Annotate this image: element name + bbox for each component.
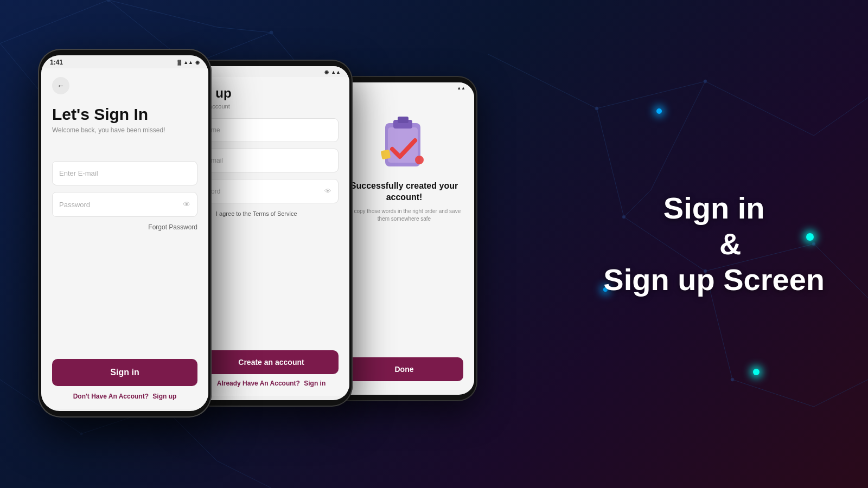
right-title-ampersand: & [636,227,825,262]
signin-button[interactable]: Sign in [52,359,197,386]
svg-rect-41 [398,117,409,123]
signal-icon-3: ▲▲ [457,86,465,91]
success-content: Successfully created your account! or co… [334,93,474,390]
time-display-1: 1:41 [50,59,63,66]
email-input-field[interactable]: Enter E-mail [52,161,197,185]
phone-signup-screen: ◉ ▲▲ n up n account me mail [193,66,349,400]
status-icons-1: ▓ ▲▲ ◉ [178,60,200,65]
terms-row: I agree to the Terms of Service [204,210,339,217]
phone-signin-screen: 1:41 ▓ ▲▲ ◉ ← Let's Sign In Welcome back… [41,55,208,411]
status-bar-3: ▲▲ [334,82,474,93]
password-placeholder: Password [59,201,90,209]
email-placeholder-2: mail [211,157,223,164]
svg-point-26 [595,107,598,110]
password-toggle-icon-2[interactable]: 👁 [324,187,331,195]
svg-line-14 [597,81,705,108]
password-input-field[interactable]: Password 👁 [52,192,197,217]
battery-icon: ▓ [178,60,182,65]
phone-success-screen: ▲▲ [334,82,474,395]
status-bar-1: 1:41 ▓ ▲▲ ◉ [41,55,208,68]
terms-text: I agree to the Terms of Service [216,210,297,217]
right-title-line2: Sign up Screen [603,262,825,298]
forgot-password-link[interactable]: Forgot Password [148,223,197,231]
success-desc: or copy those words in the right order a… [345,208,463,223]
phone-success: ▲▲ [331,76,477,401]
signup-link[interactable]: Sign up [152,393,176,400]
svg-line-24 [651,81,705,190]
clipboard-svg [377,112,431,172]
already-have-account-text: Already Have An Account? [217,380,300,387]
forgot-password-row: Forgot Password [52,223,197,231]
svg-point-43 [415,156,424,164]
signup-title: n up [204,86,339,101]
success-illustration [377,112,431,172]
svg-rect-42 [381,150,391,160]
signin-title: Let's Sign In [52,105,197,123]
password-input-field-2[interactable]: ord 👁 [204,179,339,203]
svg-point-9 [107,0,110,2]
create-account-button[interactable]: Create an account [204,350,339,374]
svg-point-27 [704,80,707,83]
svg-line-16 [814,98,868,136]
password-toggle-icon[interactable]: 👁 [183,200,190,209]
back-arrow-icon: ← [57,81,65,90]
svg-point-30 [731,378,734,381]
signin-link[interactable]: Sign in [304,380,326,387]
signal-icon: ▲▲ [183,60,193,65]
success-title: Successfully created your account! [345,181,463,203]
signin-subtitle: Welcome back, you have been missed! [52,126,197,134]
wifi-icon-2: ◉ [324,69,329,75]
status-icons-3: ▲▲ [457,86,465,91]
done-button[interactable]: Done [345,357,463,381]
password-placeholder-2: ord [211,188,220,195]
dont-have-account-text: Don't Have An Account? [73,393,149,400]
glow-dot-3 [753,369,760,375]
phone-signin: 1:41 ▓ ▲▲ ◉ ← Let's Sign In Welcome back… [38,49,212,418]
signup-subtitle: n account [204,103,339,110]
phones-area: 1:41 ▓ ▲▲ ◉ ← Let's Sign In Welcome back… [22,16,510,472]
back-button[interactable]: ← [52,77,69,94]
svg-line-23 [814,380,868,407]
wifi-icon: ◉ [195,60,200,65]
signin-content: ← Let's Sign In Welcome back, you have b… [41,68,208,409]
name-placeholder: me [211,126,220,134]
status-icons-2: ◉ ▲▲ [324,69,341,75]
right-side-text: Sign in & Sign up Screen [603,190,825,298]
email-input-field-2[interactable]: mail [204,149,339,172]
email-placeholder: Enter E-mail [59,169,98,177]
signup-bottom-link: Already Have An Account? Sign in [204,380,339,387]
right-title-line1: Sign in [603,190,825,226]
svg-line-22 [732,380,814,407]
signal-icon-2: ▲▲ [331,69,341,75]
status-bar-2: ◉ ▲▲ [193,66,349,77]
glow-dot-1 [656,108,662,114]
phone-signup: ◉ ▲▲ n up n account me mail [190,60,353,407]
svg-line-15 [705,81,814,136]
signup-content: n up n account me mail ord 👁 [193,77,349,396]
signin-bottom-link: Don't Have An Account? Sign up [52,393,197,400]
name-input-field[interactable]: me [204,118,339,142]
